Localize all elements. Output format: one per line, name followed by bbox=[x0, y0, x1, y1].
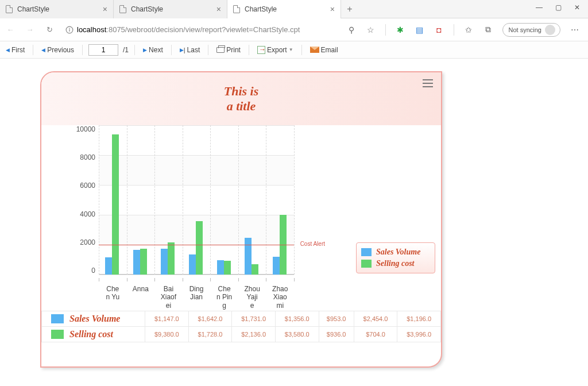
chart-title-band: This is a title bbox=[41, 72, 441, 125]
x-category-label: Che n Yu bbox=[99, 284, 127, 310]
url-box[interactable]: localhost:8075/webroot/decision/view/rep… bbox=[62, 25, 336, 34]
bar-sales-volume[interactable] bbox=[273, 257, 280, 275]
row-header-sales-volume: Sales Volume bbox=[42, 311, 145, 327]
legend-item-selling-cost[interactable]: Selling cost bbox=[361, 258, 430, 269]
legend-swatch-icon bbox=[51, 330, 64, 339]
svg-point-1 bbox=[69, 28, 70, 29]
email-icon bbox=[310, 47, 319, 53]
x-category-label: Zhao Xiao mi bbox=[266, 284, 294, 310]
url-text: localhost:8075/webroot/decision/view/rep… bbox=[77, 25, 332, 34]
chart-title: This is a title bbox=[224, 84, 259, 114]
data-cell: $3,580.0 bbox=[275, 327, 319, 342]
favorites-bar-icon[interactable]: ✩ bbox=[463, 25, 474, 34]
bar-selling-cost[interactable] bbox=[224, 261, 231, 275]
browser-address-bar: ← → ↻ localhost:8075/webroot/decision/vi… bbox=[0, 18, 588, 41]
collections-icon[interactable]: ⧉ bbox=[483, 25, 493, 34]
previous-page-button[interactable]: ◀Previous bbox=[39, 46, 76, 54]
printer-icon bbox=[216, 47, 225, 53]
bar-selling-cost[interactable] bbox=[252, 264, 258, 275]
evernote-icon[interactable]: ✱ bbox=[395, 25, 405, 34]
svg-rect-2 bbox=[69, 29, 69, 31]
new-tab-button[interactable]: + bbox=[341, 0, 358, 18]
y-tick: 8000 bbox=[80, 153, 95, 161]
document-icon bbox=[233, 5, 240, 13]
bar-sales-volume[interactable] bbox=[133, 250, 140, 275]
bar-selling-cost[interactable] bbox=[168, 242, 175, 275]
y-tick: 4000 bbox=[80, 210, 95, 218]
x-category-label: Anna bbox=[127, 284, 155, 310]
data-cell: $1,731.0 bbox=[232, 311, 276, 327]
tab-title: ChartStyle bbox=[17, 5, 98, 13]
data-cell: $2,454.0 bbox=[354, 311, 397, 327]
bar-sales-volume[interactable] bbox=[189, 254, 196, 275]
shield-icon[interactable]: ◘ bbox=[434, 25, 444, 34]
chart-legend: Sales Volume Selling cost bbox=[356, 242, 435, 273]
site-info-icon[interactable] bbox=[65, 26, 74, 34]
refresh-icon[interactable]: ↻ bbox=[42, 25, 56, 34]
export-icon bbox=[257, 46, 265, 54]
browser-tab-1[interactable]: ChartStyle × bbox=[114, 0, 227, 18]
data-cell: $953.0 bbox=[319, 311, 354, 327]
forward-icon[interactable]: → bbox=[23, 25, 37, 34]
data-cell: $704.0 bbox=[354, 327, 397, 342]
data-cell: $2,136.0 bbox=[232, 327, 276, 342]
close-icon[interactable]: × bbox=[216, 5, 221, 14]
legend-swatch-icon bbox=[361, 248, 372, 256]
document-icon bbox=[6, 5, 13, 13]
y-tick: 6000 bbox=[80, 182, 95, 190]
window-close-icon[interactable]: ✕ bbox=[574, 3, 580, 11]
minimize-icon[interactable]: — bbox=[536, 3, 543, 11]
email-button[interactable]: Email bbox=[308, 46, 341, 54]
tab-title: ChartStyle bbox=[131, 5, 212, 13]
bar-sales-volume[interactable] bbox=[161, 249, 168, 275]
bar-selling-cost[interactable] bbox=[196, 221, 203, 275]
chart-menu-icon[interactable] bbox=[423, 79, 433, 87]
sync-status[interactable]: Not syncing bbox=[502, 23, 560, 37]
report-viewport: This is a title 10000 8000 6000 4000 200… bbox=[0, 59, 588, 386]
last-page-button[interactable]: ▶|Last bbox=[177, 46, 203, 54]
legend-swatch-icon bbox=[361, 260, 372, 268]
export-button[interactable]: Export ▼ bbox=[255, 46, 296, 54]
next-page-button[interactable]: ▶Next bbox=[141, 46, 165, 54]
tab-title: ChartStyle bbox=[245, 5, 326, 13]
bar-selling-cost[interactable] bbox=[112, 134, 119, 275]
x-category-label: Bai Xiaof ei bbox=[154, 284, 183, 310]
zoom-icon[interactable]: ⚲ bbox=[346, 25, 357, 34]
legend-swatch-icon bbox=[51, 314, 64, 323]
favorite-icon[interactable]: ☆ bbox=[366, 25, 376, 34]
reader-icon[interactable]: ▤ bbox=[415, 25, 425, 34]
browser-tab-0[interactable]: ChartStyle × bbox=[0, 0, 114, 18]
y-tick: 10000 bbox=[76, 125, 95, 133]
data-cell: $936.0 bbox=[319, 327, 354, 342]
back-icon[interactable]: ← bbox=[3, 25, 17, 34]
close-icon[interactable]: × bbox=[330, 5, 335, 14]
legend-item-sales-volume[interactable]: Sales Volume bbox=[361, 246, 430, 258]
page-total: /1 bbox=[123, 46, 129, 54]
data-cell: $3,996.0 bbox=[397, 327, 441, 342]
data-cell: $1,728.0 bbox=[188, 327, 232, 342]
chart-data-table: Sales Volume $1,147.0 $1,642.0 $1,731.0 … bbox=[41, 311, 441, 342]
profile-avatar-icon bbox=[545, 25, 555, 35]
report-toolbar: ◀First ◀Previous /1 ▶Next ▶|Last Print E… bbox=[0, 41, 588, 59]
maximize-icon[interactable]: ▢ bbox=[555, 3, 562, 11]
first-page-button[interactable]: ◀First bbox=[3, 46, 27, 54]
bar-sales-volume[interactable] bbox=[105, 257, 112, 275]
bar-sales-volume[interactable] bbox=[245, 238, 252, 275]
chart-container: This is a title 10000 8000 6000 4000 200… bbox=[40, 71, 442, 368]
more-icon[interactable]: ⋯ bbox=[570, 25, 580, 34]
print-button[interactable]: Print bbox=[214, 46, 243, 54]
y-tick: 0 bbox=[91, 267, 95, 275]
browser-tab-strip: ChartStyle × ChartStyle × ChartStyle × +… bbox=[0, 0, 588, 18]
x-category-label: Che n Pin g bbox=[210, 284, 238, 310]
cost-alert-line bbox=[99, 245, 294, 245]
data-cell: $9,380.0 bbox=[145, 327, 189, 342]
page-number-input[interactable] bbox=[88, 44, 118, 56]
browser-tab-2[interactable]: ChartStyle × bbox=[227, 0, 341, 18]
bar-selling-cost[interactable] bbox=[140, 249, 147, 275]
data-cell: $1,147.0 bbox=[145, 311, 189, 327]
bar-sales-volume[interactable] bbox=[217, 260, 224, 275]
data-cell: $1,196.0 bbox=[397, 311, 441, 327]
row-header-selling-cost: Selling cost bbox=[42, 327, 145, 342]
x-category-label: Zhou Yaji e bbox=[238, 284, 266, 310]
close-icon[interactable]: × bbox=[103, 5, 107, 14]
